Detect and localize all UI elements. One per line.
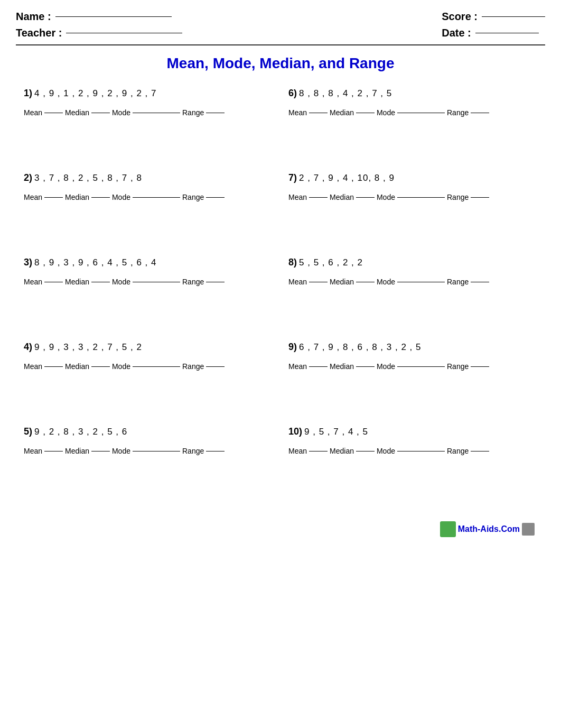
problem-number-line-8: 9)6 , 7 , 9 , 8 , 6 , 8 , 3 , 2 , 5 [288,342,537,353]
mean-blank[interactable] [309,366,328,367]
mean-blank[interactable] [44,366,63,367]
mean-blank[interactable] [309,113,328,113]
answer-line-2: MeanMedianModeRange [288,108,537,117]
mode-blank[interactable] [133,451,180,451]
mean-label: Mean [24,278,42,286]
mode-blank[interactable] [133,282,180,282]
problem-data: 3 , 7 , 8 , 2 , 5 , 8 , 7 , 8 [34,173,142,183]
mode-blank[interactable] [133,113,180,113]
mode-blank[interactable] [397,113,445,113]
range-blank[interactable] [471,366,489,367]
problem-number: 3) [24,257,32,268]
range-blank[interactable] [206,451,225,451]
teacher-line [66,33,182,33]
problem-number: 6) [288,88,297,99]
range-blank[interactable] [471,282,489,282]
problem-cell-4: 7)2 , 7 , 9 , 4 , 10, 8 , 9MeanMedianMod… [280,167,545,252]
mode-label: Mode [377,447,395,455]
median-blank[interactable] [91,282,110,282]
problem-data: 4 , 9 , 1 , 2 , 9 , 2 , 9 , 2 , 7 [34,88,156,99]
median-blank[interactable] [91,366,110,367]
median-label: Median [330,193,354,201]
range-blank[interactable] [471,451,489,451]
range-blank[interactable] [206,366,225,367]
median-blank[interactable] [356,113,375,113]
score-row: Score : [442,11,545,23]
range-label: Range [447,108,469,117]
range-blank[interactable] [206,197,225,198]
problems-grid: 1)4 , 9 , 1 , 2 , 9 , 2 , 9 , 2 , 7MeanM… [16,82,545,505]
median-label: Median [65,108,89,117]
median-label: Median [330,362,354,371]
problem-cell-2: 6)8 , 8 , 8 , 4 , 2 , 7 , 5MeanMedianMod… [280,82,545,167]
median-label: Median [330,278,354,286]
footer: Math-Aids.Com [16,521,545,537]
worksheet-header: Name : Teacher : Score : Date : [16,11,545,45]
problem-number: 8) [288,257,297,268]
mean-blank[interactable] [44,451,63,451]
problem-data: 8 , 9 , 3 , 9 , 6 , 4 , 5 , 6 , 4 [34,257,156,268]
mode-blank[interactable] [397,366,445,367]
mean-blank[interactable] [309,282,328,282]
range-blank[interactable] [206,113,225,113]
mode-blank[interactable] [397,451,445,451]
problem-cell-6: 8)5 , 5 , 6 , 2 , 2MeanMedianModeRange [280,252,545,336]
mean-blank[interactable] [44,282,63,282]
problem-cell-3: 2)3 , 7 , 8 , 2 , 5 , 8 , 7 , 8MeanMedia… [16,167,280,252]
answer-line-7: MeanMedianModeRange [24,362,273,371]
problem-cell-10: 10)9 , 5 , 7 , 4 , 5MeanMedianModeRange [280,421,545,505]
problem-data: 5 , 5 , 6 , 2 , 2 [299,257,363,268]
score-label: Score : [442,11,478,23]
logo-green-icon [440,521,456,537]
mean-blank[interactable] [44,113,63,113]
problem-cell-1: 1)4 , 9 , 1 , 2 , 9 , 2 , 9 , 2 , 7MeanM… [16,82,280,167]
answer-line-1: MeanMedianModeRange [24,108,273,117]
median-blank[interactable] [356,197,375,198]
median-blank[interactable] [91,197,110,198]
mode-label: Mode [112,193,130,201]
problem-number: 9) [288,342,297,353]
median-blank[interactable] [91,451,110,451]
range-label: Range [182,193,204,201]
mode-blank[interactable] [133,197,180,198]
problem-number: 4) [24,342,32,353]
footer-url[interactable]: Math-Aids.Com [458,524,520,534]
median-blank[interactable] [356,451,375,451]
problem-number-line-7: 4)9 , 9 , 3 , 3 , 2 , 7 , 5 , 2 [24,342,273,353]
answer-line-5: MeanMedianModeRange [24,278,273,286]
mode-blank[interactable] [397,282,445,282]
problem-number-line-1: 1)4 , 9 , 1 , 2 , 9 , 2 , 9 , 2 , 7 [24,88,273,99]
median-label: Median [65,362,89,371]
range-blank[interactable] [206,282,225,282]
problem-data: 6 , 7 , 9 , 8 , 6 , 8 , 3 , 2 , 5 [299,342,421,353]
problem-data: 9 , 5 , 7 , 4 , 5 [304,427,368,437]
range-label: Range [447,193,469,201]
range-label: Range [447,447,469,455]
mode-label: Mode [112,108,130,117]
problem-number: 10) [288,426,302,437]
mean-label: Mean [24,108,42,117]
median-blank[interactable] [356,282,375,282]
date-label: Date : [442,27,471,39]
range-blank[interactable] [471,197,489,198]
mean-blank[interactable] [309,197,328,198]
mean-label: Mean [24,447,42,455]
mean-label: Mean [24,193,42,201]
range-label: Range [182,447,204,455]
problem-number-line-5: 3)8 , 9 , 3 , 9 , 6 , 4 , 5 , 6 , 4 [24,257,273,268]
median-blank[interactable] [356,366,375,367]
header-left: Name : Teacher : [16,11,182,39]
problem-data: 9 , 9 , 3 , 3 , 2 , 7 , 5 , 2 [34,342,142,353]
range-label: Range [182,278,204,286]
median-label: Median [330,108,354,117]
mean-label: Mean [24,362,42,371]
problem-number-line-4: 7)2 , 7 , 9 , 4 , 10, 8 , 9 [288,172,537,183]
mean-blank[interactable] [309,451,328,451]
mean-label: Mean [288,108,307,117]
mode-blank[interactable] [133,366,180,367]
footer-logo: Math-Aids.Com [440,521,535,537]
mean-blank[interactable] [44,197,63,198]
mode-blank[interactable] [397,197,445,198]
median-blank[interactable] [91,113,110,113]
range-blank[interactable] [471,113,489,113]
